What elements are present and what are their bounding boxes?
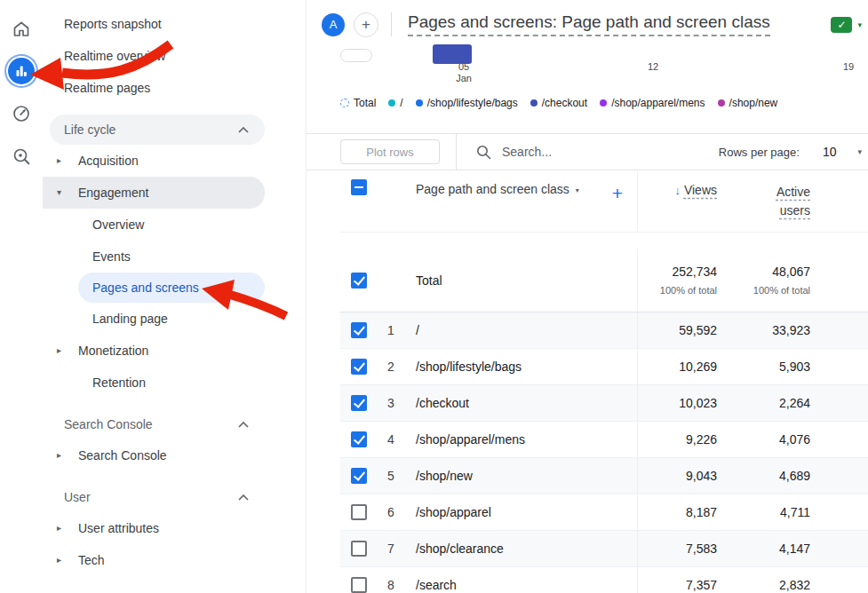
axis-tick: 12 bbox=[635, 61, 671, 73]
total-checkbox[interactable] bbox=[351, 273, 367, 289]
check-icon: ✓ bbox=[837, 19, 846, 31]
legend-label: /shop/apparel/mens bbox=[611, 97, 705, 109]
chevron-up-icon[interactable] bbox=[238, 422, 249, 428]
toolbar-divider bbox=[456, 134, 457, 170]
sidebar-item-retention[interactable]: Retention bbox=[43, 367, 306, 399]
sidebar-item-acquisition[interactable]: ▸ Acquisition bbox=[43, 145, 306, 177]
legend-dot bbox=[600, 99, 607, 107]
row-checkbox[interactable] bbox=[351, 395, 367, 411]
total-views-value: 252,734 bbox=[672, 265, 717, 279]
legend-label: /shop/new bbox=[729, 97, 778, 109]
legend-item[interactable]: /checkout bbox=[530, 97, 587, 109]
sidebar-item-pages-and-screens[interactable]: Pages and screens bbox=[78, 273, 265, 303]
plot-rows-button[interactable]: Plot rows bbox=[340, 139, 440, 164]
sidebar-item-tech[interactable]: ▸ Tech bbox=[43, 544, 306, 576]
explore-icon[interactable] bbox=[0, 135, 43, 178]
views-header-label[interactable]: Views bbox=[684, 183, 717, 197]
legend-item[interactable]: /shop/new bbox=[718, 97, 778, 109]
sidebar-item-monetization[interactable]: ▸ Monetization bbox=[43, 335, 306, 367]
sidebar-section-user[interactable]: User bbox=[50, 482, 265, 512]
sidebar-item-label: Acquisition bbox=[78, 154, 139, 168]
table-body: 1 / 59,592 33,923 2 /shop/lifestyle/bags… bbox=[340, 312, 868, 593]
views-cell: 8,187 bbox=[637, 494, 717, 530]
row-checkbox[interactable] bbox=[351, 359, 367, 375]
select-all-checkbox[interactable] bbox=[351, 179, 367, 195]
header-index-cell bbox=[378, 170, 409, 232]
table-row: 8 /search 7,357 2,832 bbox=[340, 567, 868, 593]
chart-fragment-bar bbox=[433, 44, 472, 64]
dimension-caret-icon[interactable]: ▾ bbox=[576, 186, 579, 194]
row-index: 4 bbox=[378, 432, 409, 447]
row-checkbox[interactable] bbox=[351, 431, 367, 447]
table-row: 1 / 59,592 33,923 bbox=[340, 312, 868, 349]
sidebar-item-user-attributes[interactable]: ▸ User attributes bbox=[43, 512, 306, 544]
legend-item[interactable]: /shop/lifestyle/bags bbox=[416, 97, 518, 109]
sidebar-item-reports-snapshot[interactable]: Reports snapshot bbox=[43, 8, 306, 40]
row-checkbox[interactable] bbox=[351, 504, 367, 520]
reports-icon[interactable] bbox=[0, 50, 43, 92]
main-content: A + Pages and screens: Page path and scr… bbox=[307, 0, 868, 593]
legend-item[interactable]: / bbox=[388, 97, 402, 109]
add-comparison-button[interactable]: + bbox=[354, 12, 378, 37]
page-path-cell: /shop/apparel bbox=[409, 505, 637, 519]
views-cell: 10,269 bbox=[637, 349, 717, 384]
legend-label: /shop/lifestyle/bags bbox=[427, 97, 518, 109]
axis-tick: 19 bbox=[831, 61, 866, 73]
row-checkbox[interactable] bbox=[351, 577, 367, 593]
total-active-pct: 100% of total bbox=[753, 285, 810, 296]
advertising-icon[interactable] bbox=[0, 92, 43, 135]
home-icon[interactable] bbox=[0, 7, 43, 50]
sidebar-item-realtime-pages[interactable]: Realtime pages bbox=[43, 72, 306, 104]
sidebar-item-landing-page[interactable]: Landing page bbox=[43, 303, 306, 335]
dimension-header-cell: Page path and screen class ▾ + bbox=[409, 170, 637, 232]
row-checkbox[interactable] bbox=[351, 541, 367, 557]
rows-per-page-value[interactable]: 10 bbox=[823, 145, 837, 159]
sidebar-item-events[interactable]: Events bbox=[43, 241, 306, 273]
sidebar-item-overview[interactable]: Overview bbox=[43, 209, 306, 241]
legend-dot bbox=[530, 99, 538, 107]
total-active-value: 48,067 bbox=[772, 265, 810, 279]
row-index: 8 bbox=[378, 578, 409, 592]
chevron-up-icon[interactable] bbox=[238, 127, 249, 133]
chevron-up-icon[interactable] bbox=[238, 494, 249, 501]
expand-icon: ▸ bbox=[57, 524, 78, 533]
page-path-cell: /checkout bbox=[409, 396, 637, 410]
active-users-cell: 4,711 bbox=[717, 494, 810, 530]
app-root: Reports snapshot Realtime overview Realt… bbox=[0, 0, 868, 593]
row-index: 2 bbox=[378, 360, 409, 374]
search-icon bbox=[476, 145, 491, 160]
badge-caret-icon[interactable]: ▾ bbox=[857, 20, 862, 29]
active-users-cell: 4,147 bbox=[717, 531, 810, 566]
chart-x-axis: 05 Jan 12 19 bbox=[307, 61, 868, 91]
sidebar-section-search-console[interactable]: Search Console bbox=[50, 409, 265, 439]
table-row: 2 /shop/lifestyle/bags 10,269 5,903 bbox=[340, 349, 868, 385]
page-title: Pages and screens: Page path and screen … bbox=[408, 12, 770, 36]
views-cell: 9,226 bbox=[637, 422, 717, 457]
sidebar-item-search-console[interactable]: ▸ Search Console bbox=[43, 439, 306, 471]
page-path-cell: /shop/clearance bbox=[409, 542, 637, 556]
dimension-header-label[interactable]: Page path and screen class bbox=[416, 182, 569, 196]
expand-icon: ▸ bbox=[57, 451, 78, 460]
search-input[interactable] bbox=[500, 144, 637, 160]
avatar[interactable]: A bbox=[322, 13, 345, 36]
sort-desc-icon[interactable]: ↓ bbox=[674, 184, 681, 197]
sidebar-item-engagement[interactable]: ▾ Engagement bbox=[43, 177, 265, 209]
legend-item-total[interactable]: Total bbox=[340, 97, 376, 109]
sidebar-item-realtime-overview[interactable]: Realtime overview bbox=[43, 40, 306, 72]
add-dimension-button[interactable]: + bbox=[612, 184, 623, 202]
legend-item[interactable]: /shop/apparel/mens bbox=[600, 97, 705, 109]
legend-label: Total bbox=[354, 97, 376, 109]
section-label: User bbox=[64, 490, 91, 504]
row-checkbox[interactable] bbox=[351, 468, 367, 484]
active-users-cell: 5,903 bbox=[717, 349, 810, 384]
active-users-header-label[interactable]: Active users bbox=[764, 183, 810, 220]
sidebar-section-life-cycle[interactable]: Life cycle bbox=[50, 115, 265, 145]
reports-icon-active-circle bbox=[8, 58, 35, 84]
collaboration-status-badge[interactable]: ✓ bbox=[831, 17, 852, 33]
active-users-cell: 33,923 bbox=[717, 312, 810, 348]
total-views-pct: 100% of total bbox=[660, 285, 717, 296]
row-checkbox[interactable] bbox=[351, 322, 367, 338]
rows-per-page-caret-icon[interactable]: ▾ bbox=[857, 147, 862, 156]
chart-legend: Total / /shop/lifestyle/bags /checkout /… bbox=[340, 95, 868, 111]
row-index: 3 bbox=[378, 396, 409, 410]
